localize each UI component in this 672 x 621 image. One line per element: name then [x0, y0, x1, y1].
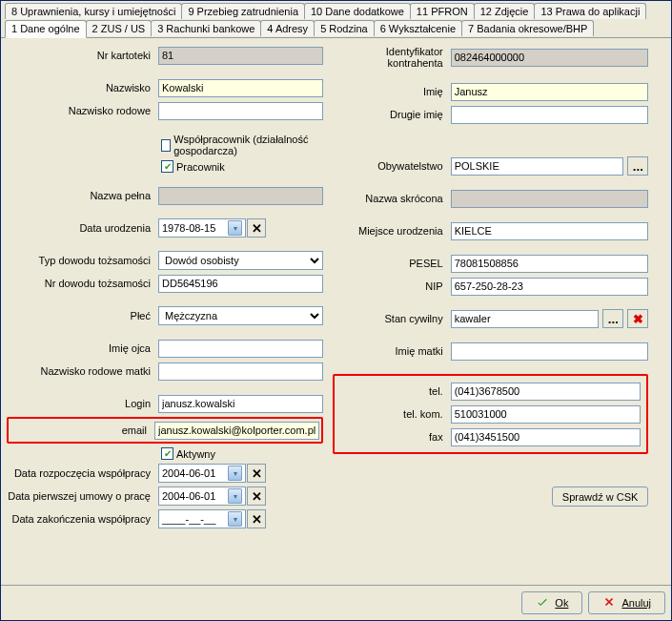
stan-cywilny-label: Stan cywilny	[333, 313, 447, 324]
nazwisko-field[interactable]	[158, 79, 323, 97]
data-urodzenia-field[interactable]: 1978-08-15 ▾	[158, 218, 246, 238]
chevron-down-icon[interactable]: ▾	[228, 220, 242, 236]
drugie-imie-label: Drugie imię	[333, 109, 447, 120]
login-field[interactable]	[158, 395, 323, 413]
chevron-down-icon[interactable]: ▾	[228, 488, 242, 504]
telkom-field[interactable]	[451, 405, 641, 424]
nazwa-skrocona-field[interactable]	[451, 190, 649, 208]
data-urodzenia-clear-button[interactable]: ✕	[247, 218, 266, 238]
close-icon	[602, 595, 616, 611]
wspolpracownik-label: Współpracownik (działalność gospodarcza)	[173, 134, 323, 156]
data-pierwszej-label: Data pierwszej umowy o pracę	[7, 490, 154, 502]
chevron-down-icon[interactable]: ▾	[228, 466, 242, 481]
email-field[interactable]	[154, 422, 319, 440]
stan-cywilny-field[interactable]	[451, 310, 600, 328]
data-rozpoczecia-label: Data rozpoczęcia współpracy	[7, 467, 154, 479]
nr-kartoteki-field[interactable]	[158, 47, 323, 65]
miejsce-urodzenia-field[interactable]	[451, 222, 649, 240]
tab-6[interactable]: 6 Wykształcenie	[374, 20, 462, 36]
tab-row-upper: 8 Uprawnienia, kursy i umiejętności 9 Pr…	[1, 1, 671, 20]
nazwisko-rodowe-field[interactable]	[158, 102, 323, 120]
data-pierwszej-field[interactable]: 2004-06-01 ▾	[158, 486, 246, 506]
imie-ojca-field[interactable]	[158, 340, 323, 358]
check-icon	[536, 595, 549, 611]
anuluj-button[interactable]: Anuluj	[588, 591, 665, 614]
ok-button[interactable]: Ok	[521, 591, 582, 614]
nr-dowodu-label: Nr dowodu tożsamości	[7, 278, 154, 289]
tab-12[interactable]: 12 Zdjęcie	[474, 3, 536, 19]
obywatelstwo-field[interactable]	[451, 157, 624, 176]
wspolpracownik-checkbox[interactable]	[161, 139, 171, 152]
plec-select[interactable]: Mężczyzna	[158, 306, 323, 325]
nazwisko-rodowe-label: Nazwisko rodowe	[7, 105, 154, 116]
tab-13[interactable]: 13 Prawa do aplikacji	[534, 3, 646, 19]
fax-field[interactable]	[451, 428, 641, 446]
imie-matki-field[interactable]	[451, 342, 649, 361]
data-zakonczenia-field[interactable]: ____-__-__ ▾	[158, 509, 246, 528]
dialog-buttons: Ok Anuluj	[1, 585, 671, 620]
tab-3[interactable]: 3 Rachunki bankowe	[151, 20, 261, 36]
imie-ojca-label: Imię ojca	[7, 342, 154, 354]
stan-cywilny-delete-button[interactable]: ✖	[627, 309, 648, 328]
aktywny-label: Aktywny	[176, 448, 215, 460]
data-urodzenia-label: Data urodzenia	[7, 222, 154, 234]
login-label: Login	[7, 398, 154, 409]
nazwisko-label: Nazwisko	[7, 82, 154, 93]
pesel-field[interactable]	[451, 255, 649, 273]
typ-dowodu-label: Typ dowodu tożsamości	[7, 255, 154, 266]
miejsce-urodzenia-label: Miejsce urodzenia	[333, 225, 447, 237]
telkom-label: tel. kom.	[340, 408, 447, 420]
pracownik-checkbox[interactable]: ✔	[161, 160, 173, 173]
nr-kartoteki-label: Nr kartoteki	[7, 50, 154, 61]
id-kontrahenta-field[interactable]	[451, 49, 649, 67]
drugie-imie-field[interactable]	[451, 106, 649, 124]
tab-10[interactable]: 10 Dane dodatkowe	[304, 3, 411, 19]
stan-cywilny-browse-button[interactable]: ...	[602, 309, 623, 328]
data-zakonczenia-label: Data zakończenia współpracy	[7, 513, 154, 525]
tab-9[interactable]: 9 Przebieg zatrudnienia	[181, 3, 305, 19]
sprawdz-csk-button[interactable]: Sprawdź w CSK	[552, 486, 648, 507]
chevron-down-icon[interactable]: ▾	[228, 511, 242, 527]
nr-dowodu-field[interactable]	[158, 275, 323, 293]
data-rozpoczecia-field[interactable]: 2004-06-01 ▾	[158, 464, 246, 483]
tab-1[interactable]: 1 Dane ogólne	[5, 20, 87, 38]
obywatelstwo-browse-button[interactable]: ...	[627, 156, 648, 176]
imie-field[interactable]	[451, 83, 649, 101]
nazwisko-rodowe-matki-field[interactable]	[158, 362, 323, 381]
nip-field[interactable]	[451, 278, 649, 296]
tab-8[interactable]: 8 Uprawnienia, kursy i umiejętności	[5, 3, 182, 19]
imie-label: Imię	[333, 86, 447, 97]
pesel-label: PESEL	[333, 258, 447, 269]
data-pierwszej-clear-button[interactable]: ✕	[247, 486, 266, 506]
tab-2[interactable]: 2 ZUS / US	[86, 20, 153, 36]
id-kontrahenta-label: Identyfikator kontrahenta	[333, 46, 447, 69]
typ-dowodu-select[interactable]: Dowód osobisty	[158, 251, 323, 270]
nazwa-pelna-field[interactable]	[158, 187, 323, 205]
fax-label: fax	[340, 431, 447, 443]
tel-field[interactable]	[451, 383, 641, 401]
pracownik-label: Pracownik	[176, 161, 225, 173]
email-label: email	[10, 424, 151, 436]
nazwisko-rodowe-matki-label: Nazwisko rodowe matki	[7, 365, 154, 377]
contact-section: tel. tel. kom. fax	[333, 374, 649, 454]
tab-7[interactable]: 7 Badania okresowe/BHP	[461, 20, 594, 36]
tab-11[interactable]: 11 PFRON	[410, 3, 475, 19]
tab-4[interactable]: 4 Adresy	[260, 20, 315, 36]
data-zakonczenia-clear-button[interactable]: ✕	[247, 509, 266, 528]
aktywny-checkbox[interactable]: ✔	[161, 447, 173, 460]
tab-5[interactable]: 5 Rodzina	[314, 20, 375, 36]
nip-label: NIP	[333, 280, 447, 292]
data-rozpoczecia-clear-button[interactable]: ✕	[247, 464, 266, 483]
imie-matki-label: Imię matki	[333, 345, 447, 357]
tel-label: tel.	[340, 385, 447, 397]
tab-row-lower: 1 Dane ogólne 2 ZUS / US 3 Rachunki bank…	[1, 20, 671, 37]
nazwa-pelna-label: Nazwa pełna	[7, 190, 154, 201]
plec-label: Płeć	[7, 310, 154, 321]
nazwa-skrocona-label: Nazwa skrócona	[333, 193, 447, 204]
obywatelstwo-label: Obywatelstwo	[333, 160, 447, 172]
